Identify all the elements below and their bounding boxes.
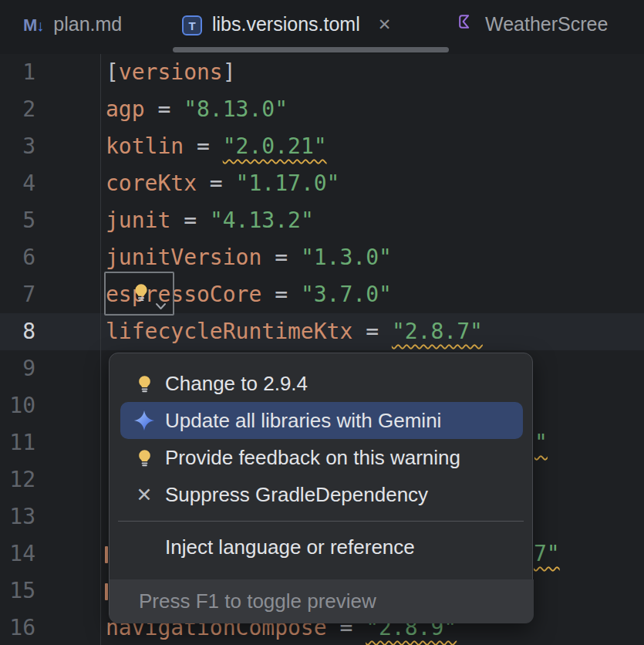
clipped-code-sliver bbox=[105, 546, 108, 563]
tab-WeatherScree[interactable]: WeatherScree bbox=[457, 0, 608, 48]
line-number: 1 bbox=[0, 54, 35, 91]
bulb-icon bbox=[131, 448, 157, 468]
code-line-8[interactable]: 8lifecycleRuntimeKtx = "2.8.7" bbox=[0, 313, 644, 350]
gutter-separator bbox=[100, 54, 101, 645]
menu-item-2[interactable]: Provide feedback on this warning bbox=[110, 439, 534, 476]
line-code: lifecycleRuntimeKtx = "2.8.7" bbox=[106, 313, 483, 350]
tab-plan.md[interactable]: M↓plan.md bbox=[23, 0, 122, 48]
menu-item-label: Suppress GradleDependency bbox=[165, 483, 428, 507]
code-token: [ bbox=[106, 59, 119, 85]
tab-libs.versions.toml[interactable]: Tlibs.versions.toml✕ bbox=[182, 0, 391, 48]
menu-item-label: Inject language or reference bbox=[165, 535, 415, 559]
menu-item-5[interactable]: Inject language or reference bbox=[110, 528, 534, 566]
clipped-code-fragment-line-14: 7" bbox=[534, 535, 560, 572]
code-token: = bbox=[261, 245, 301, 270]
line-code: [versions] bbox=[106, 54, 236, 91]
code-token: = bbox=[352, 319, 392, 344]
line-code: kotlin = "2.0.21" bbox=[106, 128, 327, 165]
code-token: kotlin bbox=[106, 133, 184, 159]
code-token: = bbox=[145, 96, 184, 122]
line-code: agp = "8.13.0" bbox=[106, 91, 288, 128]
line-number: 3 bbox=[0, 128, 35, 165]
gemini-icon bbox=[131, 409, 157, 432]
code-line-1[interactable]: 1[versions] bbox=[0, 54, 644, 91]
line-number: 11 bbox=[0, 424, 35, 461]
line-number: 9 bbox=[0, 350, 35, 387]
lightbulb-icon bbox=[132, 282, 150, 308]
line-number: 8 bbox=[0, 313, 35, 350]
popup-footer-hint: Press F1 to toggle preview bbox=[139, 589, 376, 613]
close-icon: ✕ bbox=[131, 484, 157, 506]
kotlin-icon bbox=[457, 12, 475, 35]
code-token: "8.13.0" bbox=[184, 96, 288, 122]
menu-item-1[interactable]: Update all libraries with Gemini bbox=[120, 402, 523, 439]
line-number: 2 bbox=[0, 91, 35, 128]
line-number: 14 bbox=[0, 535, 35, 572]
menu-item-label: Provide feedback on this warning bbox=[165, 446, 460, 470]
tab-label: WeatherScree bbox=[485, 13, 608, 35]
line-code: junitVersion = "1.3.0" bbox=[106, 239, 392, 276]
menu-item-label: Update all libraries with Gemini bbox=[165, 409, 441, 433]
code-token: "2.0.21" bbox=[223, 133, 327, 159]
line-number: 13 bbox=[0, 498, 35, 535]
code-line-2[interactable]: 2agp = "8.13.0" bbox=[0, 91, 644, 128]
code-token: = bbox=[261, 282, 301, 307]
tab-scrollbar-thumb[interactable] bbox=[173, 47, 449, 52]
code-token: "3.7.0" bbox=[301, 282, 392, 307]
line-number: 6 bbox=[0, 239, 35, 276]
line-code: coreKtx = "1.17.0" bbox=[106, 165, 339, 202]
code-token: coreKtx bbox=[106, 171, 197, 196]
menu-item-label: Change to 2.9.4 bbox=[165, 372, 308, 396]
code-line-4[interactable]: 4coreKtx = "1.17.0" bbox=[0, 165, 644, 202]
code-token: = bbox=[184, 133, 223, 159]
close-tab-icon[interactable]: ✕ bbox=[378, 16, 392, 32]
line-number: 5 bbox=[0, 202, 35, 239]
line-number: 12 bbox=[0, 461, 35, 498]
code-token: = bbox=[170, 208, 210, 233]
line-number: 7 bbox=[0, 276, 35, 313]
line-code: junit = "4.13.2" bbox=[106, 202, 314, 239]
tab-bar: M↓plan.mdTlibs.versions.toml✕WeatherScre… bbox=[0, 0, 644, 54]
intention-bulb-button[interactable] bbox=[104, 272, 174, 316]
code-token: ] bbox=[223, 59, 236, 85]
code-token: "2.8.7" bbox=[392, 319, 483, 344]
code-line-6[interactable]: 6junitVersion = "1.3.0" bbox=[0, 239, 644, 276]
chevron-down-icon bbox=[155, 290, 167, 316]
clipped-code-sliver bbox=[105, 583, 108, 600]
code-token: agp bbox=[106, 96, 145, 122]
tab-label: libs.versions.toml bbox=[212, 13, 360, 35]
menu-item-0[interactable]: Change to 2.9.4 bbox=[110, 365, 534, 402]
code-token: lifecycleRuntimeKtx bbox=[106, 319, 352, 344]
code-token: junit bbox=[106, 208, 170, 233]
code-token: junitVersion bbox=[106, 245, 261, 270]
code-token: versions bbox=[119, 59, 223, 85]
tab-label: plan.md bbox=[53, 13, 122, 35]
code-token: "4.13.2" bbox=[210, 208, 314, 233]
line-number: 15 bbox=[0, 572, 35, 610]
menu-divider bbox=[118, 521, 524, 522]
code-line-7[interactable]: 7espressoCore = "3.7.0" bbox=[0, 276, 644, 313]
code-token: "1.3.0" bbox=[301, 245, 392, 270]
line-number: 16 bbox=[0, 610, 35, 645]
clipped-code-fragment-line-11: " bbox=[534, 424, 548, 461]
markdown-icon: M↓ bbox=[23, 13, 43, 35]
code-token: "1.17.0" bbox=[236, 171, 340, 196]
code-line-5[interactable]: 5junit = "4.13.2" bbox=[0, 202, 644, 239]
popup-footer: Press F1 to toggle preview bbox=[110, 579, 534, 623]
intention-actions-popup: Change to 2.9.4Update all libraries with… bbox=[109, 353, 533, 623]
bulb-icon bbox=[131, 374, 157, 393]
code-line-3[interactable]: 3kotlin = "2.0.21" bbox=[0, 128, 644, 165]
line-number: 10 bbox=[0, 387, 35, 424]
ide-window: M↓plan.mdTlibs.versions.toml✕WeatherScre… bbox=[0, 0, 644, 645]
menu-item-3[interactable]: ✕Suppress GradleDependency bbox=[110, 476, 534, 513]
line-number: 4 bbox=[0, 165, 35, 202]
toml-icon: T bbox=[182, 12, 202, 36]
code-token: = bbox=[197, 171, 236, 196]
